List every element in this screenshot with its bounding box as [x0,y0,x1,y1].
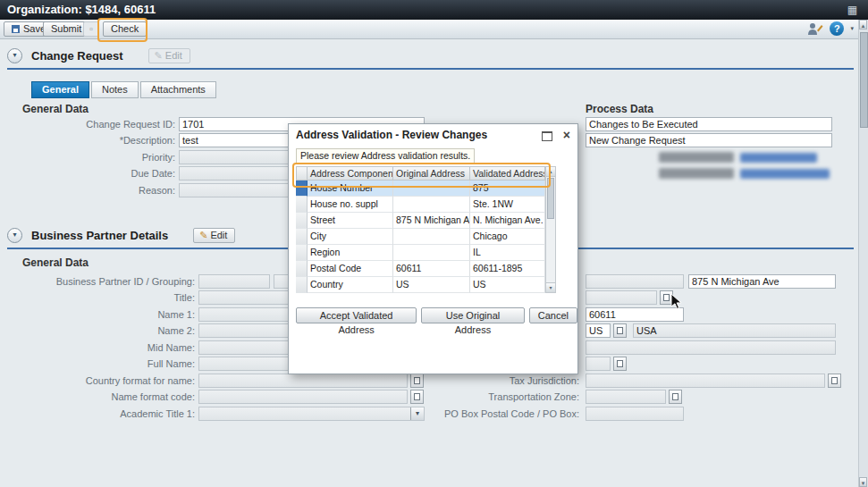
transportation-zone-field[interactable] [586,390,666,404]
field-label: Name 2: [4,323,195,338]
page-scrollbar[interactable]: ▴ ▾ [858,20,868,487]
accept-validated-address-button[interactable]: Accept Validated Address [296,307,417,323]
redacted-text [659,152,734,163]
field-label: Priority: [4,150,175,164]
table-row[interactable]: House no. suppl Ste. 1NW [296,197,556,213]
scroll-down-icon[interactable]: ▾ [859,477,867,487]
pencil-icon: ✎ [155,49,163,63]
po-box-field[interactable] [586,407,684,421]
street-field[interactable]: 875 N Michigan Ave [688,274,836,289]
general-data-title: General Data [22,103,88,115]
column-header[interactable]: Address Component [308,166,393,181]
page-title: Organization: $1484, 60611 [7,0,156,20]
table-header-row: Address Component Original Address Valid… [296,166,556,181]
cancel-button[interactable]: Cancel [529,307,577,323]
pencil-icon: ✎ [199,229,207,242]
table-row[interactable]: Postal Code 60611 60611-1895 [296,261,556,277]
edit-button[interactable]: ✎ Edit [193,228,235,243]
address-field[interactable] [586,340,836,355]
check-button[interactable]: Check [103,21,147,37]
change-request-type-field[interactable]: New Change Request [586,133,832,147]
country-name-field[interactable]: USA [633,323,836,338]
row-selector[interactable] [296,197,308,213]
process-data-title: Process Data [586,103,653,115]
row-selector[interactable] [296,181,308,197]
name-format-code-field[interactable] [198,390,408,404]
use-original-address-button[interactable]: Use Original Address [421,307,525,323]
main-toolbar: Save Submit ▫ Check [0,20,868,39]
value-help-icon[interactable] [669,390,682,404]
address-field[interactable] [586,357,611,371]
column-header[interactable]: Original Address [393,166,470,181]
bp-id-field[interactable] [198,274,270,289]
field-label: Business Partner ID / Grouping: [4,274,195,289]
change-request-header: ▾ Change Request ✎ Edit [7,48,190,63]
edit-button[interactable]: ✎ Edit [148,48,190,63]
dialog-buttons: Accept Validated Address Use Original Ad… [296,307,577,323]
field-label: Academic Title 1: [4,407,195,421]
scroll-up-icon[interactable]: ▴ [859,20,867,29]
user-edit-icon[interactable] [807,21,823,36]
field-label: Change Request ID: [4,117,175,131]
row-selector[interactable] [296,261,308,277]
toolbar-right-icons: ? ▾ [807,21,854,36]
section-divider [7,68,854,70]
field-label: Name 1: [4,307,195,322]
value-help-icon[interactable] [613,357,627,371]
value-help-icon[interactable] [828,374,841,388]
column-header[interactable]: Validated Address [470,166,545,181]
field-label: Due Date: [4,166,175,181]
table-row[interactable]: City Chicago [296,229,556,245]
address-field[interactable] [586,274,684,289]
table-scrollbar[interactable]: ▴ ▾ [545,166,556,293]
value-help-icon[interactable] [613,323,627,338]
business-partner-header: ▾ Business Partner Details ✎ Edit [7,228,235,243]
field-label: *Description: [4,133,175,147]
collapse-toggle-icon[interactable]: ▾ [7,228,22,243]
chevron-down-icon[interactable]: ▾ [850,25,854,32]
scroll-up-icon[interactable]: ▴ [546,167,555,177]
close-icon[interactable]: × [563,126,570,144]
field-label: Full Name: [4,357,195,371]
section-title: Change Request [31,49,123,63]
redacted-link[interactable] [740,153,817,163]
row-selector[interactable] [296,213,308,229]
postal-code-field[interactable]: 60611 [586,307,684,322]
table-row[interactable]: Street 875 N Michigan Ave N. Michigan Av… [296,213,556,229]
system-menu-icon[interactable]: ▦ [847,0,857,20]
redacted-link[interactable] [740,169,830,179]
scroll-down-icon[interactable]: ▾ [546,282,555,292]
dialog-title: Address Validation - Review Changes [296,124,487,146]
collapse-toggle-icon[interactable]: ▾ [7,48,22,63]
scrollbar-thumb[interactable] [547,178,554,219]
field-label: Country format for name: [4,374,195,388]
maximize-icon[interactable] [542,131,552,141]
selector-column-header [296,166,308,181]
help-icon[interactable]: ? [830,21,844,36]
field-label: Tax Jurisdiction: [400,374,579,388]
value-help-icon[interactable] [660,290,673,305]
address-field[interactable] [586,290,657,305]
tax-jurisdiction-field[interactable] [586,374,825,388]
field-label: Mid Name: [4,340,195,355]
address-comparison-table: Address Component Original Address Valid… [296,166,556,293]
address-validation-dialog: Address Validation - Review Changes × Pl… [288,123,578,374]
tab-notes[interactable]: Notes [91,81,139,98]
country-format-field[interactable] [198,374,408,388]
change-request-tabs: General Notes Attachments [31,81,216,98]
table-row[interactable]: Region IL [296,245,556,261]
row-selector[interactable] [296,245,308,261]
academic-title-field[interactable]: ▾ [198,407,425,421]
table-row[interactable]: Country US US [296,277,556,293]
disabled-toolbar-button[interactable]: ▫ [83,21,99,37]
table-row[interactable]: House Number 875 [296,181,556,197]
tab-general[interactable]: General [31,81,89,98]
tab-attachments[interactable]: Attachments [140,81,216,98]
country-code-field[interactable]: US [586,323,611,338]
row-selector[interactable] [296,277,308,293]
scrollbar-thumb[interactable] [860,32,868,128]
row-selector[interactable] [296,229,308,245]
section-title: Business Partner Details [31,229,168,242]
save-icon [12,25,20,33]
status-field[interactable]: Changes to Be Executed [586,117,832,131]
